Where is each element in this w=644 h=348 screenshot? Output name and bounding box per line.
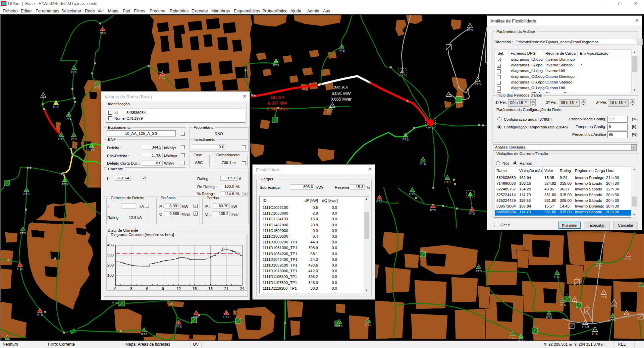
svg-text:PTS: PTS: [336, 324, 342, 328]
svg-text:T: T: [578, 299, 580, 302]
svg-text:T: T: [594, 329, 596, 331]
svg-text:3: 3: [130, 287, 132, 291]
svg-text:PTS: PTS: [327, 110, 333, 114]
svg-text:T: T: [567, 293, 569, 296]
svg-text:T: T: [576, 277, 578, 280]
svg-text:6.007 MW: 6.007 MW: [268, 101, 287, 106]
svg-text:PTS: PTS: [71, 137, 77, 141]
svg-text:T: T: [26, 189, 28, 192]
svg-text:PTS: PTS: [601, 295, 607, 298]
svg-text:T: T: [329, 107, 331, 110]
svg-text:PTS: PTS: [37, 313, 43, 316]
svg-text:PTS: PTS: [100, 31, 106, 35]
svg-text:T: T: [237, 315, 239, 318]
svg-text:6: 6: [146, 287, 148, 291]
svg-text:PTS: PTS: [469, 212, 475, 215]
svg-text:18: 18: [208, 287, 213, 291]
svg-text:T: T: [22, 229, 24, 231]
svg-text:T: T: [102, 28, 104, 31]
svg-text:T: T: [512, 333, 514, 336]
svg-text:0: 0: [114, 287, 116, 291]
svg-text:PTS: PTS: [193, 315, 199, 319]
svg-text:PTS: PTS: [624, 315, 630, 319]
svg-text:T: T: [73, 134, 75, 137]
svg-text:PTS: PTS: [420, 162, 426, 165]
svg-text:T: T: [603, 292, 605, 294]
svg-text:PTS: PTS: [476, 269, 482, 273]
svg-text:T: T: [178, 322, 180, 324]
svg-text:T: T: [432, 206, 434, 208]
svg-text:T: T: [144, 330, 145, 332]
svg-text:T: T: [626, 312, 628, 314]
svg-text:T: T: [341, 46, 343, 48]
svg-text:PTS: PTS: [430, 208, 436, 212]
svg-text:T: T: [562, 300, 564, 302]
svg-text:PTS: PTS: [409, 192, 415, 196]
svg-text:361.6 A: 361.6 A: [270, 95, 285, 100]
svg-text:PTS: PTS: [509, 336, 516, 340]
svg-text:T: T: [613, 301, 615, 304]
svg-text:C: C: [448, 94, 450, 97]
svg-text:300: 300: [107, 253, 114, 257]
svg-text:PTS: PTS: [554, 275, 560, 279]
svg-text:T: T: [574, 299, 576, 301]
svg-text:PTS: PTS: [112, 301, 118, 304]
svg-text:T: T: [7, 337, 8, 340]
svg-text:T: T: [628, 254, 629, 256]
svg-text:PTS: PTS: [592, 332, 598, 336]
svg-text:T: T: [640, 284, 642, 287]
svg-text:PTS: PTS: [475, 82, 481, 86]
svg-text:T: T: [587, 305, 588, 308]
svg-text:PTS: PTS: [23, 192, 30, 196]
svg-text:21: 21: [224, 287, 228, 291]
svg-text:PTS: PTS: [365, 323, 371, 327]
svg-text:PTS: PTS: [339, 49, 345, 52]
svg-text:PTS: PTS: [596, 264, 602, 268]
svg-text:9: 9: [162, 287, 164, 291]
svg-text:PTS: PTS: [94, 85, 100, 89]
svg-text:400: 400: [107, 243, 114, 247]
svg-text:PTS: PTS: [582, 325, 588, 329]
svg-text:PTS: PTS: [89, 148, 95, 152]
svg-text:361.6 A: 361.6 A: [334, 85, 348, 90]
svg-text:T: T: [571, 320, 573, 323]
svg-text:T: T: [469, 25, 471, 27]
svg-text:PTS: PTS: [611, 304, 617, 308]
svg-text:PTS: PTS: [58, 137, 64, 141]
svg-text:PTS: PTS: [273, 63, 279, 67]
svg-text:T: T: [61, 134, 62, 137]
svg-text:T: T: [226, 312, 227, 314]
svg-text:T: T: [471, 209, 473, 211]
svg-text:T: T: [405, 135, 407, 137]
svg-text:24: 24: [240, 287, 245, 291]
svg-text:PTS: PTS: [62, 182, 68, 186]
svg-text:T: T: [39, 310, 41, 312]
svg-text:PTS: PTS: [467, 28, 473, 32]
svg-text:PTS: PTS: [402, 137, 409, 141]
svg-text:PT9: PT9: [428, 126, 434, 129]
svg-text:12: 12: [177, 287, 181, 291]
svg-text:T: T: [19, 264, 21, 267]
svg-text:T: T: [585, 322, 586, 324]
svg-text:T: T: [379, 197, 380, 199]
svg-text:PTS: PTS: [159, 76, 165, 79]
svg-text:PTS: PTS: [17, 267, 23, 271]
svg-text:C: C: [42, 95, 44, 98]
svg-text:PTS: PTS: [560, 303, 566, 306]
svg-text:15: 15: [193, 287, 197, 291]
svg-text:T: T: [612, 315, 614, 317]
svg-text:T: T: [274, 114, 276, 117]
svg-text:6.091 MW: 6.091 MW: [332, 91, 351, 96]
svg-text:PTS: PTS: [20, 231, 26, 235]
svg-text:T: T: [477, 79, 479, 81]
svg-text:C: C: [331, 105, 333, 108]
svg-text:PTS: PTS: [176, 325, 182, 328]
svg-text:T: T: [447, 177, 448, 180]
svg-text:200: 200: [107, 263, 114, 267]
svg-text:PTS: PTS: [223, 315, 229, 318]
svg-text:T: T: [368, 320, 369, 323]
svg-text:T: T: [162, 73, 163, 75]
svg-text:PTS: PTS: [444, 180, 450, 184]
svg-text:100: 100: [107, 273, 114, 277]
svg-text:T: T: [478, 267, 480, 269]
